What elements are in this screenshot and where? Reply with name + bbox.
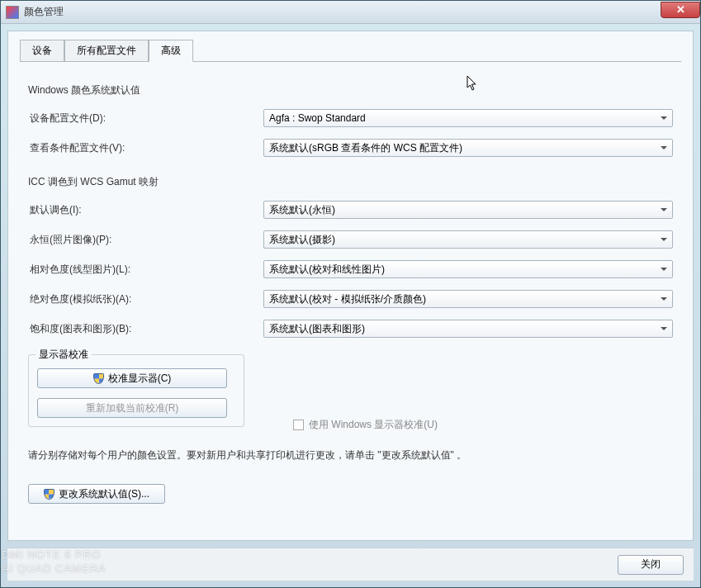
watermark-line1: DMI NOTE 8 PRO [2, 548, 107, 562]
calibrate-display-button[interactable]: 校准显示器(C) [37, 368, 227, 388]
combo-perceptual[interactable]: 系统默认(摄影) [263, 230, 673, 249]
app-icon [6, 6, 19, 19]
change-system-defaults-button[interactable]: 更改系统默认值(S)... [28, 484, 165, 504]
row-saturation: 饱和度(图表和图形)(B): 系统默认(图表和图形) [28, 320, 673, 338]
combo-default-intent[interactable]: 系统默认(永恒) [263, 201, 673, 219]
row-perceptual: 永恒(照片图像)(P): 系统默认(摄影) [28, 230, 673, 249]
section-icc-mapping: ICC 调色到 WCS Gamut 映射 [28, 175, 673, 189]
legend-display-calibration: 显示器校准 [36, 348, 92, 362]
combo-default-intent-value: 系统默认(永恒) [269, 203, 335, 217]
use-windows-calibration-row[interactable]: 使用 Windows 显示器校准(U) [293, 418, 438, 432]
tab-profiles[interactable]: 所有配置文件 [64, 40, 149, 61]
reload-calibration-label: 重新加载当前校准(R) [86, 401, 179, 415]
combo-absolute[interactable]: 系统默认(校对 - 模拟纸张/介质颜色) [263, 290, 673, 308]
row-absolute: 绝对色度(模拟纸张)(A): 系统默认(校对 - 模拟纸张/介质颜色) [28, 290, 673, 308]
cursor-icon [467, 75, 478, 92]
calibrate-display-label: 校准显示器(C) [108, 372, 172, 386]
label-perceptual: 永恒(照片图像)(P): [28, 233, 263, 247]
tab-device[interactable]: 设备 [20, 40, 64, 61]
tab-advanced[interactable]: 高级 [149, 40, 193, 62]
label-relative: 相对色度(线型图片)(L): [28, 263, 263, 277]
label-absolute: 绝对色度(模拟纸张)(A): [28, 292, 263, 306]
footer-note: 请分别存储对每个用户的颜色设置。要对新用户和共享打印机进行更改，请单击 "更改系… [28, 448, 673, 462]
tab-strip: 设备 所有配置文件 高级 [20, 40, 681, 62]
row-device-profile: 设备配置文件(D): Agfa : Swop Standard [28, 109, 673, 127]
label-default-intent: 默认调色(I): [28, 203, 263, 217]
section-windows-defaults: Windows 颜色系统默认值 [28, 83, 673, 97]
combo-viewing-profile[interactable]: 系统默认(sRGB 查看条件的 WCS 配置文件) [263, 139, 673, 157]
combo-device-profile-value: Agfa : Swop Standard [269, 112, 366, 124]
row-relative: 相对色度(线型图片)(L): 系统默认(校对和线性图片) [28, 260, 673, 278]
combo-viewing-profile-value: 系统默认(sRGB 查看条件的 WCS 配置文件) [269, 141, 462, 155]
combo-perceptual-value: 系统默认(摄影) [269, 233, 335, 247]
change-system-defaults-label: 更改系统默认值(S)... [59, 487, 149, 501]
client-area: 设备 所有配置文件 高级 Windows 颜色系统默认值 设备配置文件(D): … [7, 31, 694, 541]
label-device-profile: 设备配置文件(D): [28, 111, 263, 126]
combo-relative-value: 系统默认(校对和线性图片) [269, 263, 385, 277]
close-button-label: 关闭 [641, 557, 661, 571]
tab-content: Windows 颜色系统默认值 设备配置文件(D): Agfa : Swop S… [20, 62, 681, 532]
use-windows-calibration-checkbox[interactable] [293, 420, 304, 430]
combo-relative[interactable]: 系统默认(校对和线性图片) [263, 260, 673, 278]
bottom-bar: 关闭 [7, 548, 694, 581]
label-saturation: 饱和度(图表和图形)(B): [28, 322, 263, 336]
shield-icon [44, 489, 54, 500]
combo-saturation[interactable]: 系统默认(图表和图形) [263, 320, 673, 338]
row-default-intent: 默认调色(I): 系统默认(永恒) [28, 201, 673, 219]
use-windows-calibration-label: 使用 Windows 显示器校准(U) [309, 418, 438, 432]
combo-saturation-value: 系统默认(图表和图形) [269, 322, 365, 336]
color-management-window: 颜色管理 ✕ 设备 所有配置文件 高级 Windows 颜色系统默认值 设备配置… [0, 0, 701, 588]
titlebar[interactable]: 颜色管理 ✕ [1, 1, 700, 24]
watermark-line2: AI QUAD CAMERA [2, 562, 107, 576]
window-title: 颜色管理 [24, 5, 64, 19]
combo-device-profile[interactable]: Agfa : Swop Standard [263, 109, 673, 127]
close-icon[interactable]: ✕ [661, 2, 700, 18]
shield-icon [93, 373, 104, 384]
row-viewing-profile: 查看条件配置文件(V): 系统默认(sRGB 查看条件的 WCS 配置文件) [28, 139, 673, 157]
fieldset-display-calibration: 显示器校准 校准显示器(C) 重新加载当前校准(R) [28, 354, 244, 427]
camera-watermark: DMI NOTE 8 PRO AI QUAD CAMERA [2, 548, 107, 576]
combo-absolute-value: 系统默认(校对 - 模拟纸张/介质颜色) [269, 292, 426, 306]
reload-calibration-button[interactable]: 重新加载当前校准(R) [37, 398, 227, 418]
close-button[interactable]: 关闭 [618, 555, 684, 575]
label-viewing-profile: 查看条件配置文件(V): [28, 141, 263, 155]
